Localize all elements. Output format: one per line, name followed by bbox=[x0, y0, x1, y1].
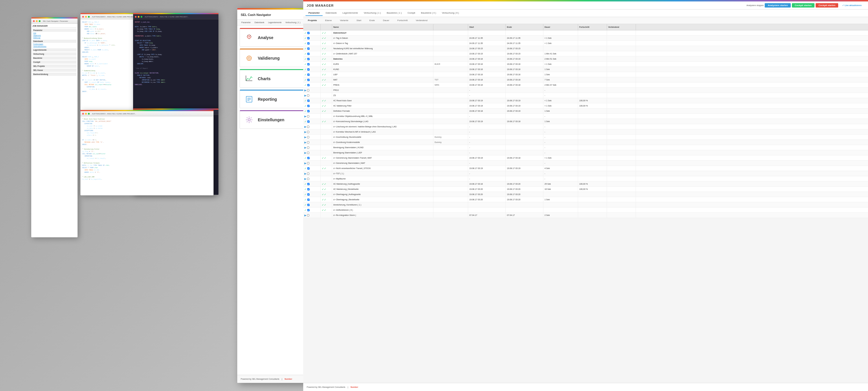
table-row[interactable]: ✓ ✓✓ MAT TST 19.08.17 03:16 19.08.17 03:… bbox=[303, 77, 868, 83]
table-row[interactable]: ✓ ✓✓ c> Übertragung | Auftragsseite 19.0… bbox=[303, 192, 868, 197]
table-row[interactable]: ✓ ✓✓ Definition Formate 19.08.17 03:18 1… bbox=[303, 109, 868, 114]
table-row[interactable]: ▶ ZS - - bbox=[303, 93, 868, 98]
nav-menu-datenbank[interactable]: Datenbank bbox=[253, 21, 266, 24]
status-check-icon: ✓ bbox=[322, 42, 324, 45]
analyze-start-button[interactable]: Analysiere starten bbox=[765, 3, 790, 7]
table-row[interactable]: ▶ Bereinigung Stammdaten | LIEF - - bbox=[303, 150, 868, 155]
code-body-4[interactable]: * Reset Auto-Save Funktion CALL FUNCTION… bbox=[81, 116, 214, 196]
status-check-icon: ✓ bbox=[322, 193, 324, 196]
subtab-projekte[interactable]: Projekte bbox=[307, 19, 318, 22]
tab-bausteine-1[interactable]: Bausteine ( 1 ) bbox=[384, 10, 404, 16]
table-row[interactable]: ✓ ✓✓ 4C Markierung | Auftragsseite 19.08… bbox=[303, 181, 868, 187]
table-row[interactable]: ✓ ✓✓ c> Datum in Tag 24.09.17 11:35 24.0… bbox=[303, 41, 868, 46]
live-update-button[interactable]: ✓ Live aktualisieren bbox=[839, 3, 865, 7]
nav-allgemein[interactable]: Allgemein bbox=[32, 34, 76, 36]
table-row[interactable]: ✓ ✓✓ PREIS WRK 19.08.17 03:16 19.08.17 0… bbox=[303, 83, 868, 88]
table-row[interactable]: ✓ ✓✓ 4C Validierung Filter 19.08.17 03:1… bbox=[303, 103, 868, 109]
cell-end bbox=[506, 129, 544, 134]
table-row[interactable]: ✓ ✓✓ c> Nicht verantwortlicher Transit |… bbox=[303, 166, 868, 171]
table-row[interactable]: ▶ c> TST ( 1 ) - - bbox=[303, 171, 868, 176]
subtab-variante[interactable]: Variante bbox=[339, 19, 349, 22]
table-row[interactable]: ▶ c> Abpflaume - - bbox=[303, 176, 868, 181]
table-row[interactable]: ✓ ✓✓ c> Zeitlimitstufe | MAT-157 19.08.1… bbox=[303, 51, 868, 56]
table-row[interactable]: ▶ Bereinigung Stammdaten | KUND - - bbox=[303, 145, 868, 150]
cell-connected bbox=[607, 46, 636, 51]
tab-datenbank[interactable]: Datenbank bbox=[322, 10, 340, 16]
cell-start bbox=[468, 30, 506, 35]
cell-duration: 1 Sek bbox=[544, 67, 578, 72]
cell-extra bbox=[433, 181, 468, 186]
cell-end bbox=[506, 176, 544, 181]
nav-wahrung[interactable]: Währung bbox=[32, 36, 76, 39]
col-header-connected: Verbindend bbox=[607, 24, 636, 30]
cell-name: c> Generierung Stammdaten | MAT bbox=[332, 161, 433, 166]
table-row[interactable]: ▶ c> Generierung Stammdaten | MAT - - bbox=[303, 161, 868, 166]
cell-status: ✓✓ bbox=[320, 197, 332, 202]
table-row[interactable]: ✓ ✓✓ Anreicherung, Korrekturen ( 1 ) bbox=[303, 202, 868, 208]
cell-status bbox=[320, 161, 332, 166]
tab-verbuchung-8[interactable]: Verbuchung ( 8 ) bbox=[439, 10, 462, 16]
nav-forderungen[interactable]: Forderungen bbox=[32, 43, 76, 45]
check-icon: ▶ bbox=[304, 172, 306, 175]
cell-progress bbox=[578, 134, 607, 140]
navigator-title: SEL Cash Navigator bbox=[241, 13, 271, 17]
table-row[interactable]: ✓ ✓✓ Datenentwurf bbox=[303, 30, 868, 36]
tab-verbuchung-1[interactable]: Verbuchung ( 1 ) bbox=[361, 10, 384, 16]
table-row[interactable]: ✓ ✓✓ KUND 19.08.17 03:16 19.08.17 03:16 … bbox=[303, 67, 868, 72]
nav-menu-parameter[interactable]: Parameter bbox=[240, 21, 253, 24]
subtab-dauer[interactable]: Dauer bbox=[382, 19, 391, 22]
table-row[interactable]: ✓ ✓✓ 4C Reset Auto-Save 19.08.17 03:19 1… bbox=[303, 98, 868, 103]
cockpit-start-button[interactable]: Cockpit starten bbox=[792, 3, 814, 7]
table-row[interactable]: ✓ ✓✓ c> Tag in Datum 24.09.17 11:35 24.0… bbox=[303, 36, 868, 41]
cell-connected bbox=[607, 150, 636, 155]
cell-end: 19.08.17 03:19 bbox=[506, 98, 544, 103]
cell-end: 19.08.17 03:18 bbox=[506, 155, 544, 160]
cell-extra bbox=[433, 192, 468, 197]
close-dot bbox=[82, 113, 84, 115]
cell-progress bbox=[578, 197, 607, 202]
table-row[interactable]: ✓ ✓✓ LIEF 19.08.17 03:16 19.08.17 03:16 … bbox=[303, 72, 868, 77]
cockpit-button[interactable]: Cockpit starten bbox=[816, 3, 838, 7]
table-row[interactable]: ✓ ✓✓ c> Kennzeichnung Stornobelege | LAG… bbox=[303, 119, 868, 124]
code-body-2[interactable]: REPORT z_cash_nav. DATA: lv_bukrs TYPE b… bbox=[133, 20, 218, 110]
nav-menu-lager[interactable]: Lagerelemente bbox=[267, 21, 283, 24]
tab-bausteine-4[interactable]: Bausteine ( 4 ) bbox=[418, 10, 439, 16]
tab-parameter[interactable]: Parameter bbox=[306, 10, 322, 16]
table-row[interactable]: ✓ ✓✓ Neuladung KURS bei einheitlicher Wä… bbox=[303, 46, 868, 51]
nav-verbindlichkeiten[interactable]: Verbindlichkeiten bbox=[32, 45, 76, 48]
cell-duration: - bbox=[544, 93, 578, 98]
subtab-ebene[interactable]: Ebene bbox=[324, 19, 333, 22]
table-row[interactable]: ▶ c> Korrektur Objektzuordnung MBL-X | M… bbox=[303, 114, 868, 119]
cell-start: 07.04.17 bbox=[468, 213, 506, 218]
tab-lagerelemente[interactable]: Lagerelemente bbox=[340, 10, 361, 16]
table-row[interactable]: ▶ c> Re-Integration Storm | 07.04.17 07.… bbox=[303, 213, 868, 218]
cell-connected bbox=[607, 62, 636, 66]
table-row[interactable]: ✓ ✓✓ c> Zeitfunktionen ( 8 ) bbox=[303, 208, 868, 213]
cell-duration: 1 Sek bbox=[544, 109, 578, 114]
cell-name: c> Übertragung | Auftragsseite bbox=[332, 192, 433, 197]
subtab-fortschritt[interactable]: Fortschritt bbox=[396, 19, 409, 22]
nav-zeit[interactable]: Zeit bbox=[32, 32, 76, 34]
cell-extra bbox=[433, 187, 468, 191]
table-row[interactable]: ▶ c> Zuordnung Kostenmodelle Dummy - - bbox=[303, 140, 868, 145]
nav-menu-verbuchung[interactable]: Verbuchung ( 1 ) bbox=[283, 21, 302, 24]
section-verbuchung: Verbuchung bbox=[32, 52, 76, 56]
status-check-icon: ✓ bbox=[322, 104, 324, 108]
table-row[interactable]: ✓ ✓✓ Datenriss 19.08.17 03:16 19.08.17 0… bbox=[303, 56, 868, 62]
subtab-verbindend[interactable]: Verbindend bbox=[414, 19, 429, 22]
cell-name: KURS bbox=[332, 62, 433, 66]
table-row[interactable]: ✓ ✓✓ c> Übertragung | Bestellseite 19.08… bbox=[303, 197, 868, 202]
cell-end: 24.09.17 11:35 bbox=[506, 36, 544, 40]
table-row[interactable]: ▶ c> Korrektur Wechsel A-NR in Verbrauch… bbox=[303, 129, 868, 134]
tab-cockpit[interactable]: Cockpit bbox=[404, 10, 418, 16]
table-row[interactable]: ▶ c> Zuschreibung Stundmodelle Dummy - - bbox=[303, 134, 868, 140]
table-row[interactable]: ▶ PROJ - - bbox=[303, 88, 868, 93]
table-row[interactable]: ▶ c> Löschung ein storment. Inaktive Bel… bbox=[303, 124, 868, 129]
table-row[interactable]: ✓ ✓✓ c> Generierung Stammdaten Transit |… bbox=[303, 155, 868, 161]
cell-check: ▶ bbox=[303, 114, 320, 119]
table-row[interactable]: ✓ ✓✓ 4C Markierung | Bestellseite 19.08.… bbox=[303, 187, 868, 192]
table-row[interactable]: ✓ ✓✓ KURS BUKR 19.08.17 03:16 19.08.17 0… bbox=[303, 62, 868, 67]
subtab-start[interactable]: Start bbox=[355, 19, 363, 22]
subtab-ende[interactable]: Ende bbox=[368, 19, 376, 22]
cell-extra: Dummy bbox=[433, 134, 468, 140]
